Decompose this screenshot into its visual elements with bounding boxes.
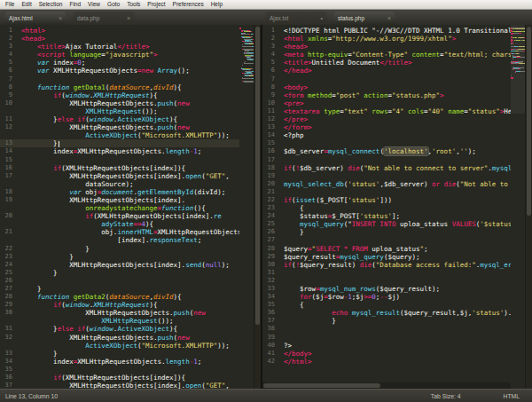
code-line[interactable]: 29 if(window.XMLHttpRequest){ xyxy=(0,301,261,309)
code-line[interactable]: 3<head> xyxy=(262,43,532,51)
code-line[interactable]: 42</html> xyxy=(262,358,532,366)
code-line[interactable]: 14<?php xyxy=(262,131,532,139)
code-line[interactable]: 7 xyxy=(262,75,532,83)
code-line[interactable]: 28 function getData2(dataSource,divId){ xyxy=(0,293,261,301)
code-line[interactable]: 19 xyxy=(262,172,532,180)
tab-close-icon[interactable]: × xyxy=(59,15,62,21)
code-line[interactable]: ActiveXObject("Microsoft.XMLHTTP")); xyxy=(0,131,261,139)
code-line[interactable]: 13 } xyxy=(0,139,261,147)
code-line[interactable]: 37 XMLHttpRequestObjects[index].open("GE… xyxy=(0,382,261,389)
code-line[interactable]: 13</form> xyxy=(262,123,532,131)
code-line[interactable]: 5<title>Untitled Document</title> xyxy=(262,59,532,67)
code-line[interactable]: 7 xyxy=(0,75,261,83)
code-line[interactable]: 9 if(window.XMLHttpRequest){ xyxy=(0,91,261,99)
code-line[interactable]: 12</pre> xyxy=(262,115,532,123)
code-line[interactable]: 16$db_server=mysql_connect('localhost','… xyxy=(262,147,532,155)
code-line[interactable]: 35 xyxy=(0,366,261,374)
code-line[interactable]: 21 obj.innerHTML=XMLHttpRequestObjects xyxy=(0,228,261,236)
scrollbar-thumb[interactable] xyxy=(255,27,260,325)
code-line[interactable]: 28$query="SELECT * FROM uploa_status"; xyxy=(262,245,532,253)
code-line[interactable]: 4 <script language="javascript"> xyxy=(0,51,261,59)
menu-item-preferences[interactable]: Preferences xyxy=(169,0,207,9)
code-line[interactable]: XMLHttpRequest()); xyxy=(0,317,261,325)
tab-close-icon[interactable]: × xyxy=(387,15,391,21)
code-area-right[interactable]: 1<!DOCTYPE html PUBLIC "-//W3C//DTD XHTM… xyxy=(262,25,532,389)
code-line[interactable]: 26 } xyxy=(262,228,532,236)
code-line[interactable]: 15 xyxy=(0,156,261,164)
scrollbar-thumb[interactable] xyxy=(527,27,531,216)
code-line[interactable]: 31 xyxy=(262,269,532,277)
tab-status-php[interactable]: status.php× xyxy=(331,12,398,25)
code-line[interactable]: [index].responseText; xyxy=(0,236,261,244)
code-line[interactable]: 6</head> xyxy=(262,67,532,75)
code-line[interactable]: XMLHttpRequest()); xyxy=(0,107,261,115)
scrollbar-thumb[interactable] xyxy=(263,383,380,388)
code-line[interactable]: 18if(!$db_server) die("Not able to conne… xyxy=(262,164,532,172)
code-line[interactable]: 24 XMLHttpRequestObjects[index].send(nul… xyxy=(0,261,261,269)
code-line[interactable]: 27 xyxy=(262,236,532,244)
code-line[interactable]: 6 var XMLHttpRequestObjects=new Array(); xyxy=(0,67,261,75)
code-line[interactable]: 38 xyxy=(262,325,532,333)
tab-ajax-html[interactable]: Ajax.html× xyxy=(2,12,69,25)
code-line[interactable]: 32 xyxy=(262,277,532,285)
code-line[interactable]: 20 if(XMLHttpRequestObjects[index].re xyxy=(0,212,261,220)
code-line[interactable]: 36 if(XMLHttpRequestObjects[index]){ xyxy=(0,374,261,382)
code-line[interactable]: 9<form method="post" action="status.php"… xyxy=(262,91,532,99)
code-line[interactable]: 8<body> xyxy=(262,83,532,91)
code-line[interactable]: 14 index=XMLHttpRequestObjects.length-1; xyxy=(0,147,261,155)
code-line[interactable]: 2<head> xyxy=(0,35,261,43)
code-line[interactable]: 32 XMLHttpRequestObjects.push(new xyxy=(0,334,261,342)
code-line[interactable]: 5 var index=0; xyxy=(0,59,261,67)
code-line[interactable]: 30 XMLHttpRequestObjects.push(new xyxy=(0,309,261,317)
code-line[interactable]: 33 } xyxy=(0,350,261,358)
code-line[interactable]: 1<html> xyxy=(0,27,261,35)
code-line[interactable]: 10<pre> xyxy=(262,99,532,107)
code-line[interactable]: 34 index=XMLHttpRequestObjects.length-1; xyxy=(0,358,261,366)
code-line[interactable]: dataSource); xyxy=(0,180,261,188)
syntax-indicator[interactable]: HTML xyxy=(503,393,520,399)
code-line[interactable]: 2<html xmlns="http://www.w3.org/1999/xht… xyxy=(262,35,532,43)
tab-ajax-txt[interactable]: Ajax.txt• xyxy=(262,12,330,25)
code-line[interactable]: 18 var obj=document.getElementById(divId… xyxy=(0,188,261,196)
code-line[interactable]: 27 } xyxy=(0,285,261,293)
code-line[interactable]: 25 mysql_query("INSERT INTO uploa_status… xyxy=(262,220,532,228)
code-line[interactable]: adyState==4){ xyxy=(0,220,261,228)
code-line[interactable]: 41</body> xyxy=(262,350,532,358)
tab-data-php[interactable]: data.php× xyxy=(70,12,137,25)
code-area-left[interactable]: 1<html>2<head>3 <title>Ajax Tutorial</ti… xyxy=(0,25,261,389)
minimap-left[interactable] xyxy=(239,25,254,389)
code-line[interactable]: 17 XMLHttpRequestObjects[index].open("GE… xyxy=(0,172,261,180)
vertical-scrollbar-left[interactable] xyxy=(254,25,261,389)
tab-modified-icon[interactable]: • xyxy=(321,15,323,21)
code-line[interactable]: 35 { xyxy=(262,301,532,309)
code-line[interactable]: ActiveXObject("Microsoft.XMLHTTP")); xyxy=(0,342,261,350)
vertical-scrollbar-right[interactable] xyxy=(525,25,532,389)
code-line[interactable]: onreadystatechange=function(){ xyxy=(0,204,261,212)
menu-item-help[interactable]: Help xyxy=(207,0,226,9)
menu-item-edit[interactable]: Edit xyxy=(18,0,35,9)
code-line[interactable]: 22 } xyxy=(0,245,261,253)
menu-item-project[interactable]: Project xyxy=(144,0,168,9)
code-line[interactable]: 4<meta http-equiv="Content-Type" content… xyxy=(262,51,532,59)
code-line[interactable]: 19 XMLHttpRequestObjects[index]. xyxy=(0,196,261,204)
menu-item-tools[interactable]: Tools xyxy=(123,0,144,9)
horizontal-scrollbar[interactable] xyxy=(262,382,511,389)
minimap-right[interactable] xyxy=(511,25,526,389)
code-line[interactable]: 23 } xyxy=(0,253,261,261)
menu-item-selection[interactable]: Selection xyxy=(35,0,66,9)
code-line[interactable]: 40?> xyxy=(262,342,532,350)
code-line[interactable]: 11<textarea type="text" rows="4" cols="4… xyxy=(262,107,532,115)
tab-close-icon[interactable]: × xyxy=(127,15,130,21)
code-line[interactable]: 21 xyxy=(262,188,532,196)
code-line[interactable]: 36 echo mysql_result($query_result,$j,'s… xyxy=(262,309,532,317)
code-line[interactable]: 12 XMLHttpRequestObjects.push(new xyxy=(0,123,261,131)
code-line[interactable]: 16 if(XMLHttpRequestObjects[index]){ xyxy=(0,164,261,172)
code-line[interactable]: 11 }else if(window.ActiveXObject){ xyxy=(0,115,261,123)
menu-item-find[interactable]: Find xyxy=(66,0,84,9)
menu-item-view[interactable]: View xyxy=(84,0,104,9)
code-line[interactable]: 22if(isset($_POST['status'])) xyxy=(262,196,532,204)
code-line[interactable]: 29$query_result=mysql_query($query); xyxy=(262,253,532,261)
code-line[interactable]: 34 for($j=$row-1;$j>=0;--$j) xyxy=(262,293,532,301)
menu-item-goto[interactable]: Goto xyxy=(104,0,123,9)
code-line[interactable]: 3 <title>Ajax Tutorial</title> xyxy=(0,43,261,51)
